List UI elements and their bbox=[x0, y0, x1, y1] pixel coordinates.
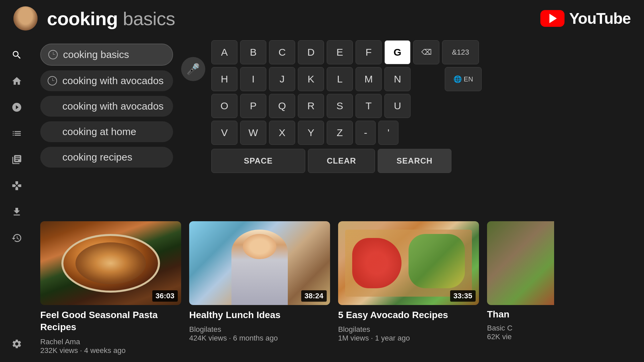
video-title: 5 Easy Avocado Recipes bbox=[338, 309, 479, 321]
youtube-icon bbox=[540, 10, 565, 27]
key-W[interactable]: W bbox=[240, 121, 266, 145]
key-E[interactable]: E bbox=[327, 40, 353, 64]
keyboard-grid: A B C D E F G ⌫ &123 H I J K L M N bbox=[211, 40, 637, 173]
sidebar-item-downloads[interactable] bbox=[9, 204, 25, 220]
suggestion-item[interactable]: cooking recipes bbox=[40, 147, 173, 168]
youtube-logo: YouTube bbox=[540, 9, 631, 27]
videos-row: 36:03 Feel Good Seasonal Pasta Recipes R… bbox=[40, 221, 644, 362]
suggestion-text: cooking with avocados bbox=[62, 75, 164, 86]
video-meta: Rachel Ama232K views · 4 weeks ago bbox=[40, 338, 181, 355]
sidebar-item-settings[interactable] bbox=[9, 336, 25, 352]
history-icon bbox=[48, 50, 58, 59]
key-Q[interactable]: Q bbox=[269, 94, 295, 118]
sidebar-item-subscriptions[interactable] bbox=[9, 99, 25, 115]
video-meta: Blogilates1M views · 1 year ago bbox=[338, 325, 479, 343]
key-apostrophe[interactable]: ' bbox=[378, 121, 398, 145]
video-title-partial: Than bbox=[487, 309, 554, 320]
key-J[interactable]: J bbox=[269, 67, 295, 91]
avatar bbox=[13, 6, 38, 31]
key-A[interactable]: A bbox=[211, 40, 237, 64]
mic-icon: 🎤 bbox=[186, 63, 200, 75]
keyboard-row-4: V W X Y Z - ' bbox=[211, 121, 637, 145]
suggestion-item[interactable]: cooking at home bbox=[40, 121, 173, 142]
key-K[interactable]: K bbox=[298, 67, 324, 91]
key-P[interactable]: P bbox=[240, 94, 266, 118]
key-D[interactable]: D bbox=[298, 40, 324, 64]
key-S[interactable]: S bbox=[327, 94, 353, 118]
video-thumbnail-partial bbox=[487, 221, 554, 305]
key-V[interactable]: V bbox=[211, 121, 237, 145]
key-T[interactable]: T bbox=[356, 94, 382, 118]
key-B[interactable]: B bbox=[240, 40, 266, 64]
video-thumbnail: 38:24 bbox=[189, 221, 330, 305]
key-dash[interactable]: - bbox=[356, 121, 376, 145]
sidebar-item-games[interactable] bbox=[9, 178, 25, 194]
sidebar bbox=[0, 37, 34, 362]
video-meta: Blogilates424K views · 6 months ago bbox=[189, 325, 330, 343]
history-icon bbox=[48, 76, 57, 85]
sidebar-item-search[interactable] bbox=[9, 47, 25, 63]
video-title: Healthy Lunch Ideas bbox=[189, 309, 330, 321]
duration-badge: 38:24 bbox=[301, 290, 327, 302]
search-query-light: basics bbox=[123, 8, 175, 29]
suggestion-item[interactable]: cooking with avocados bbox=[40, 70, 173, 91]
header: cooking basics YouTube bbox=[0, 0, 644, 37]
clear-key[interactable]: CLEAR bbox=[308, 149, 375, 173]
duration-badge: 36:03 bbox=[152, 290, 178, 302]
key-C[interactable]: C bbox=[269, 40, 295, 64]
numeric-key[interactable]: &123 bbox=[442, 40, 479, 64]
suggestion-text: cooking recipes bbox=[62, 152, 132, 163]
key-G[interactable]: G bbox=[384, 40, 411, 64]
video-card[interactable]: 38:24 Healthy Lunch Ideas Blogilates424K… bbox=[189, 221, 330, 362]
key-Y[interactable]: Y bbox=[298, 121, 324, 145]
suggestion-item[interactable]: cooking basics bbox=[40, 44, 173, 66]
key-R[interactable]: R bbox=[298, 94, 324, 118]
mic-button[interactable]: 🎤 bbox=[181, 57, 205, 81]
suggestion-item[interactable]: cooking with avocados bbox=[40, 96, 173, 117]
spacer bbox=[48, 102, 57, 111]
youtube-wordmark: YouTube bbox=[569, 9, 631, 27]
key-L[interactable]: L bbox=[327, 67, 353, 91]
keyboard-row-1: A B C D E F G ⌫ &123 bbox=[211, 40, 637, 64]
video-meta-partial: Basic C62K vie bbox=[487, 324, 554, 341]
keyboard-row-3: O P Q R S T U bbox=[211, 94, 637, 118]
youtube-play-icon bbox=[549, 14, 557, 23]
video-thumbnail: 33:35 bbox=[338, 221, 479, 305]
duration-badge: 33:35 bbox=[450, 290, 476, 302]
spacer bbox=[48, 127, 57, 136]
key-I[interactable]: I bbox=[240, 67, 266, 91]
spacer bbox=[48, 153, 57, 162]
key-O[interactable]: O bbox=[211, 94, 237, 118]
video-card[interactable]: 36:03 Feel Good Seasonal Pasta Recipes R… bbox=[40, 221, 181, 362]
video-title: Feel Good Seasonal Pasta Recipes bbox=[40, 309, 181, 334]
keyboard-area: 🎤 A B C D E F G ⌫ &123 H I J K L bbox=[211, 40, 637, 173]
sidebar-item-library[interactable] bbox=[9, 152, 25, 168]
sidebar-item-queue[interactable] bbox=[9, 125, 25, 141]
video-card-partial[interactable]: Than Basic C62K vie bbox=[487, 221, 554, 362]
language-key[interactable]: 🌐 EN bbox=[445, 67, 482, 91]
sidebar-item-history[interactable] bbox=[9, 230, 25, 246]
globe-icon: 🌐 bbox=[453, 75, 462, 83]
video-thumbnail: 36:03 bbox=[40, 221, 181, 305]
search-key[interactable]: SEARCH bbox=[378, 149, 451, 173]
suggestions-list: cooking basics cooking with avocados coo… bbox=[40, 44, 173, 168]
backspace-key[interactable]: ⌫ bbox=[413, 40, 439, 64]
suggestion-text: cooking basics bbox=[63, 49, 129, 60]
key-X[interactable]: X bbox=[269, 121, 295, 145]
suggestion-text: cooking at home bbox=[62, 126, 136, 137]
key-H[interactable]: H bbox=[211, 67, 237, 91]
key-U[interactable]: U bbox=[384, 94, 411, 118]
key-N[interactable]: N bbox=[384, 67, 411, 91]
search-title: cooking basics bbox=[47, 8, 175, 29]
key-Z[interactable]: Z bbox=[327, 121, 353, 145]
main-content: cooking basics cooking with avocados coo… bbox=[34, 37, 644, 362]
lang-label: EN bbox=[464, 75, 473, 83]
key-F[interactable]: F bbox=[356, 40, 382, 64]
keyboard-row-2: H I J K L M N 🌐 EN bbox=[211, 67, 637, 91]
sidebar-item-home[interactable] bbox=[9, 73, 25, 89]
key-M[interactable]: M bbox=[356, 67, 382, 91]
space-key[interactable]: SPACE bbox=[211, 149, 305, 173]
keyboard-bottom-row: SPACE CLEAR SEARCH bbox=[211, 149, 637, 173]
video-card[interactable]: 33:35 5 Easy Avocado Recipes Blogilates1… bbox=[338, 221, 479, 362]
suggestion-text: cooking with avocados bbox=[62, 101, 164, 112]
